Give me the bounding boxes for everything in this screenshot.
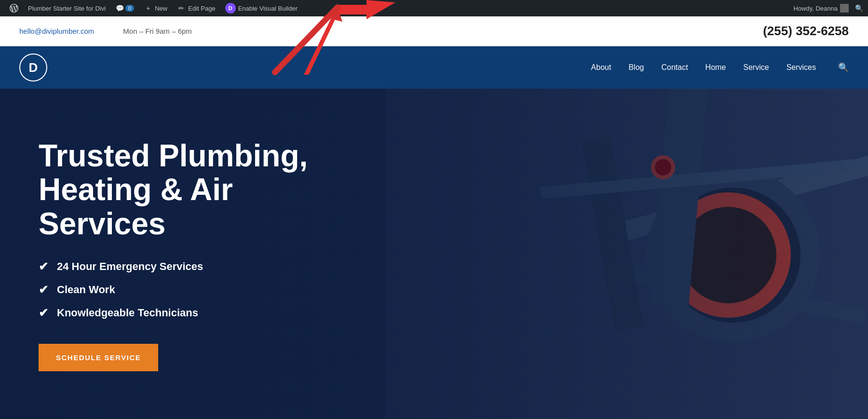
wordpress-icon xyxy=(10,4,18,13)
business-hours: Mon – Fri 9am – 6pm xyxy=(123,27,192,35)
new-button[interactable]: + New xyxy=(139,0,172,16)
phone-number[interactable]: (255) 352-6258 xyxy=(763,24,849,39)
nav-link-home[interactable]: Home xyxy=(705,63,726,72)
nav-link-contact[interactable]: Contact xyxy=(661,63,688,72)
edit-page-button[interactable]: ✏ Edit Page xyxy=(172,0,220,16)
nav-link-services[interactable]: Services xyxy=(787,63,816,72)
nav-link-service[interactable]: Service xyxy=(743,63,769,72)
hero-title: Trusted Plumbing, Heating & Air Services xyxy=(39,139,347,241)
site-name-label: Plumber Starter Site for Divi xyxy=(28,5,106,12)
howdy-text: Howdy, Deanna xyxy=(793,5,838,12)
plus-icon: + xyxy=(144,4,152,13)
divi-icon: D xyxy=(225,3,236,14)
wp-logo-button[interactable] xyxy=(5,0,23,16)
hero-checklist: ✔ 24 Hour Emergency Services ✔ Clean Wor… xyxy=(39,260,347,320)
top-info-bar: hello@diviplumber.com Mon – Fri 9am – 6p… xyxy=(0,16,868,46)
edit-icon: ✏ xyxy=(177,4,186,13)
user-avatar xyxy=(840,4,849,13)
nav-search-icon[interactable]: 🔍 xyxy=(838,62,849,73)
check-icon-3: ✔ xyxy=(39,306,48,320)
nav-link-about[interactable]: About xyxy=(591,63,611,72)
visual-builder-button[interactable]: D Enable Visual Builder xyxy=(220,0,302,16)
nav-bar: D About Blog Contact Home Service Servic… xyxy=(0,46,868,89)
checklist-item-1: ✔ 24 Hour Emergency Services xyxy=(39,260,347,273)
checklist-label-1: 24 Hour Emergency Services xyxy=(57,260,203,273)
admin-bar: Plumber Starter Site for Divi 💬 0 + New … xyxy=(0,0,868,16)
checklist-item-2: ✔ Clean Work xyxy=(39,283,347,297)
contact-email[interactable]: hello@diviplumber.com xyxy=(19,27,94,35)
site-logo[interactable]: D xyxy=(19,54,47,81)
nav-link-blog[interactable]: Blog xyxy=(628,63,644,72)
admin-user-menu[interactable]: Howdy, Deanna 🔍 xyxy=(793,4,863,13)
check-icon-1: ✔ xyxy=(39,260,48,273)
comment-icon: 💬 xyxy=(115,4,124,13)
schedule-service-button[interactable]: SCHEDULE SERVICE xyxy=(39,344,158,371)
hero-section: Trusted Plumbing, Heating & Air Services… xyxy=(0,89,868,419)
search-admin-icon[interactable]: 🔍 xyxy=(855,4,863,12)
new-label: New xyxy=(155,5,167,12)
check-icon-2: ✔ xyxy=(39,283,48,297)
hero-content: Trusted Plumbing, Heating & Air Services… xyxy=(0,100,386,410)
site-name-button[interactable]: Plumber Starter Site for Divi xyxy=(23,0,110,16)
visual-builder-label: Enable Visual Builder xyxy=(238,5,298,12)
nav-links: About Blog Contact Home Service Services… xyxy=(591,62,849,73)
comments-button[interactable]: 💬 0 xyxy=(110,0,139,16)
comment-count: 0 xyxy=(125,5,134,12)
checklist-label-2: Clean Work xyxy=(57,284,115,296)
checklist-label-3: Knowledgeable Technicians xyxy=(57,307,198,319)
checklist-item-3: ✔ Knowledgeable Technicians xyxy=(39,306,347,320)
edit-page-label: Edit Page xyxy=(188,5,215,12)
